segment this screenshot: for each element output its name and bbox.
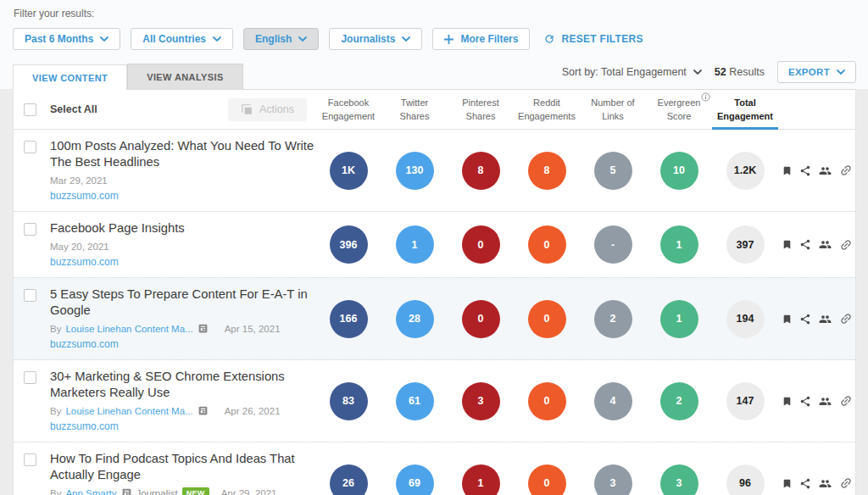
links-metric-circle: -: [594, 225, 632, 264]
bookmark-icon[interactable]: [782, 395, 793, 408]
column-header[interactable]: Number of Links: [580, 96, 646, 123]
audience-icon[interactable]: [818, 238, 832, 251]
metric-cell: 0: [514, 300, 580, 338]
filter-dropdown-button[interactable]: All Countries: [131, 28, 233, 50]
share-icon[interactable]: [799, 313, 811, 325]
article-domain-link[interactable]: buzzsumo.com: [50, 420, 315, 433]
audience-icon[interactable]: [818, 313, 832, 325]
column-header[interactable]: Total Engagement: [712, 96, 778, 123]
bookmark-icon[interactable]: [782, 164, 793, 177]
column-header[interactable]: Reddit Engagements: [514, 96, 580, 123]
column-header[interactable]: Evergreen Score: [646, 96, 712, 123]
actions-button[interactable]: Actions: [228, 98, 307, 121]
author-link[interactable]: Louise Linehan Content Ma...: [65, 406, 192, 416]
row-metrics: 1K 130 8 8 5 10 1.2K: [315, 152, 778, 190]
links-metric-circle: 5: [594, 152, 632, 190]
more-filters-button[interactable]: More Filters: [432, 28, 530, 50]
results-count: 52 Results: [715, 66, 765, 78]
top-section: Filter your results: Past 6 Months All C…: [0, 0, 868, 89]
link-icon[interactable]: [839, 476, 853, 490]
byline-by-label: By: [50, 406, 61, 416]
reddit-metric-circle: 0: [528, 382, 566, 420]
metric-cell: 397: [712, 225, 778, 264]
metric-cell: 396: [315, 225, 381, 264]
link-icon[interactable]: [839, 164, 853, 177]
metric-cell: 3: [448, 382, 514, 420]
share-icon[interactable]: [799, 395, 811, 408]
article-title[interactable]: 5 Easy Steps To Prepare Content For E-A-…: [50, 286, 315, 319]
byline-by-label: By: [50, 324, 61, 334]
facebook-metric-circle: 396: [330, 225, 368, 264]
share-icon[interactable]: [799, 238, 811, 251]
column-header-line2: Engagements: [514, 109, 580, 123]
column-header[interactable]: Pinterest Shares: [448, 96, 514, 123]
column-header[interactable]: Twitter Shares: [381, 96, 448, 123]
share-icon[interactable]: [799, 164, 811, 177]
share-icon[interactable]: [799, 477, 811, 490]
reset-filters-button[interactable]: RESET FILTERS: [540, 33, 646, 45]
article-title[interactable]: How To Find Podcast Topics And Ideas Tha…: [50, 451, 315, 483]
journalist-icon: [198, 405, 209, 416]
select-all-label: Select All: [50, 103, 97, 115]
bookmark-icon[interactable]: [782, 238, 793, 251]
row-actions: [778, 476, 855, 490]
author-link[interactable]: Louise Linehan Content Ma...: [65, 324, 192, 334]
column-header-line2: Engagement: [712, 109, 778, 123]
article-byline: Mar 29, 2021: [50, 174, 315, 186]
tab-view-analysis[interactable]: VIEW ANALYSIS: [127, 64, 243, 89]
sort-by-text: Sort by: Total Engagement: [562, 66, 687, 78]
metric-cell: 1: [646, 225, 712, 264]
metric-cell: 166: [315, 300, 381, 338]
link-icon[interactable]: [839, 238, 853, 252]
column-header-line2: Links: [580, 109, 646, 123]
row-checkbox[interactable]: [24, 453, 36, 466]
select-all-checkbox[interactable]: [24, 103, 36, 116]
audience-icon[interactable]: [818, 477, 832, 490]
metric-cell: 147: [712, 382, 778, 420]
evergreen-metric-circle: 3: [660, 464, 698, 495]
article-domain-link[interactable]: buzzsumo.com: [50, 256, 315, 269]
metric-cell: 4: [580, 382, 646, 420]
row-checkbox[interactable]: [24, 223, 36, 236]
row-checkbox[interactable]: [24, 371, 36, 384]
metric-cell: 10: [646, 152, 712, 190]
chevron-down-icon: [402, 36, 410, 42]
evergreen-metric-circle: 1: [660, 225, 698, 264]
bookmark-icon[interactable]: [782, 477, 793, 490]
table-header-left: Select All Actions: [14, 98, 315, 121]
filter-dropdown-button[interactable]: English: [243, 28, 319, 50]
results-table: Select All Actions Facebook Engagement T…: [13, 89, 856, 495]
info-icon[interactable]: [701, 92, 710, 102]
article-title[interactable]: 100m Posts Analyzed: What You Need To Wr…: [50, 138, 315, 170]
row-checkbox[interactable]: [24, 289, 36, 302]
sort-by-dropdown[interactable]: Sort by: Total Engagement: [562, 66, 702, 78]
byline-by-label: By: [50, 488, 61, 495]
column-header-line1: Reddit: [514, 96, 580, 109]
reset-filters-label: RESET FILTERS: [561, 33, 643, 45]
filter-dropdown-button[interactable]: Past 6 Months: [13, 28, 120, 50]
author-link[interactable]: Ann Smarty: [65, 488, 116, 495]
article-title[interactable]: 30+ Marketing & SEO Chrome Extensions Ma…: [50, 369, 315, 401]
article-title[interactable]: Facebook Page Insights: [50, 220, 315, 236]
export-button[interactable]: EXPORT: [777, 61, 856, 83]
link-icon[interactable]: [839, 312, 853, 325]
link-icon[interactable]: [839, 394, 853, 408]
table-row: How To Find Podcast Topics And Ideas Tha…: [14, 442, 855, 495]
article-domain-link[interactable]: buzzsumo.com: [50, 338, 315, 351]
twitter-metric-circle: 61: [396, 382, 434, 420]
row-checkbox[interactable]: [24, 141, 36, 153]
twitter-metric-circle: 1: [396, 225, 434, 264]
tab-view-content[interactable]: VIEW CONTENT: [13, 64, 127, 90]
audience-icon[interactable]: [818, 395, 832, 408]
filter-dropdown-label: Past 6 Months: [25, 33, 93, 45]
bookmark-icon[interactable]: [782, 313, 793, 325]
metric-cell: 8: [514, 152, 580, 190]
column-header[interactable]: Facebook Engagement: [315, 96, 381, 123]
filter-dropdown-button[interactable]: Journalists: [329, 28, 422, 50]
article-byline: May 20, 2021: [50, 240, 315, 253]
audience-icon[interactable]: [818, 164, 832, 177]
article-domain-link[interactable]: buzzsumo.com: [50, 190, 315, 203]
links-metric-circle: 3: [594, 464, 632, 495]
toolbar-right: Sort by: Total Engagement 52 Results EXP…: [562, 61, 856, 89]
evergreen-metric-circle: 10: [660, 152, 698, 190]
